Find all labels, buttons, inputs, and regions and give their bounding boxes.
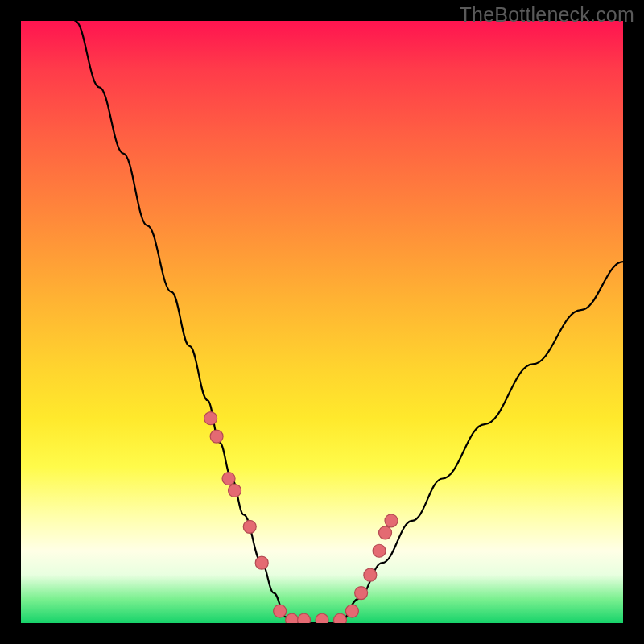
chart-frame: TheBottleneck.com	[0, 0, 644, 644]
curve-left-curve	[75, 21, 291, 623]
watermark-text: TheBottleneck.com	[460, 3, 634, 27]
marker-point	[355, 587, 368, 600]
marker-group	[204, 412, 398, 623]
marker-point	[298, 613, 311, 623]
marker-point	[243, 520, 256, 533]
marker-point	[229, 484, 242, 497]
marker-point	[204, 412, 217, 425]
marker-point	[210, 430, 223, 443]
marker-point	[373, 544, 386, 557]
marker-point	[222, 472, 235, 485]
marker-point	[379, 526, 392, 539]
marker-point	[255, 556, 268, 569]
marker-point	[345, 605, 358, 617]
chart-overlay	[21, 21, 623, 623]
curve-group	[75, 21, 623, 623]
marker-point	[316, 613, 328, 623]
marker-point	[333, 613, 346, 623]
curve-right-curve	[340, 262, 623, 623]
marker-point	[385, 514, 398, 527]
marker-point	[274, 605, 287, 617]
marker-point	[364, 568, 377, 581]
marker-point	[286, 613, 299, 623]
plot-area	[21, 21, 623, 623]
